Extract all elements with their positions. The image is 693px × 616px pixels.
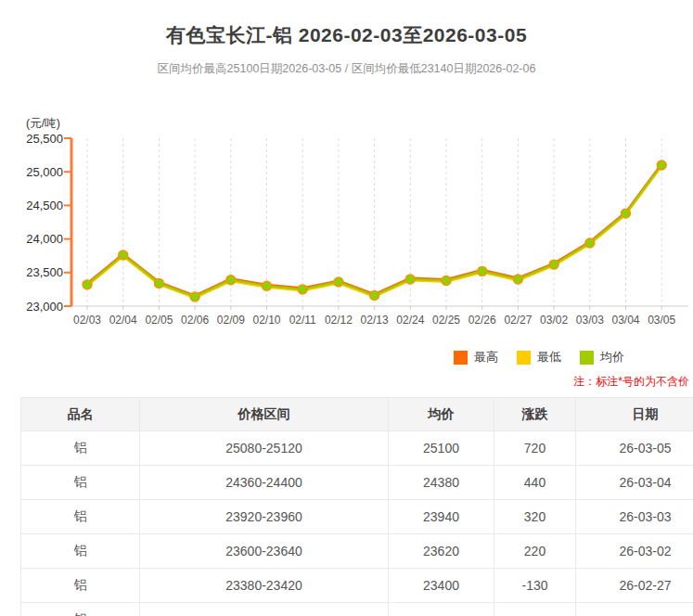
table-cell: 440 bbox=[494, 466, 576, 500]
legend-label: 最低 bbox=[537, 349, 561, 366]
data-point bbox=[190, 292, 199, 302]
page-root: 有色宝长江-铝 2026-02-03至2026-03-05 区间均价最高2510… bbox=[0, 0, 693, 616]
data-point bbox=[83, 280, 92, 289]
table-cell: 23600-23640 bbox=[140, 534, 389, 569]
y-axis-tick-label: 23,500 bbox=[26, 265, 63, 279]
table-cell: -130 bbox=[494, 569, 576, 603]
data-point bbox=[226, 276, 236, 285]
y-axis-tick-label: 24,000 bbox=[26, 232, 63, 246]
price-chart: (元/吨)23,00023,50024,00024,50025,00025,50… bbox=[0, 97, 693, 340]
table-row: 铝23920-239602394032026-03-03 bbox=[21, 500, 693, 534]
data-point bbox=[657, 160, 666, 170]
table-cell: 26-02-27 bbox=[576, 569, 693, 603]
table-cell: 23920-23960 bbox=[140, 500, 389, 534]
page-subtitle: 区间均价最高25100日期2026-03-05 / 区间均价最低23140日期2… bbox=[0, 61, 693, 77]
table-cell: 25100 bbox=[389, 431, 494, 466]
table-cell: 24380 bbox=[389, 466, 494, 500]
y-axis-tick-label: 25,500 bbox=[26, 132, 63, 146]
table-cell: 720 bbox=[494, 431, 576, 466]
data-point bbox=[442, 276, 451, 285]
table-cell: 铝 bbox=[21, 500, 140, 534]
x-axis-tick-label: 02/25 bbox=[432, 314, 460, 327]
legend-swatch bbox=[517, 351, 531, 365]
legend-label: 均价 bbox=[600, 349, 624, 366]
data-point bbox=[549, 260, 558, 269]
table-cell: 26-03-05 bbox=[576, 431, 693, 466]
x-axis-tick-label: 02/11 bbox=[289, 314, 316, 327]
table-row: 铝 bbox=[21, 603, 693, 616]
table-cell: 26-03-02 bbox=[576, 534, 693, 569]
legend-item-均价: 均价 bbox=[580, 349, 624, 366]
table-cell: 26-03-03 bbox=[576, 500, 693, 534]
table-cell: 220 bbox=[494, 534, 576, 569]
x-axis-tick-label: 03/04 bbox=[611, 314, 639, 327]
y-axis-tick-label: 25,000 bbox=[26, 165, 63, 179]
x-axis-tick-label: 02/09 bbox=[217, 314, 245, 327]
table-cell: 320 bbox=[494, 500, 576, 534]
data-point bbox=[263, 281, 272, 290]
table-cell: 铝 bbox=[21, 603, 140, 616]
y-axis-tick-label: 23,000 bbox=[26, 300, 63, 314]
table-cell: 铝 bbox=[21, 534, 140, 569]
data-point bbox=[334, 277, 343, 287]
table-cell: 23940 bbox=[389, 500, 494, 534]
table-cell: 25080-25120 bbox=[140, 431, 389, 466]
x-axis-tick-label: 02/24 bbox=[396, 314, 424, 327]
x-axis-tick-label: 02/10 bbox=[252, 314, 280, 327]
x-axis-tick-label: 02/27 bbox=[504, 314, 532, 327]
table-cell bbox=[389, 603, 494, 616]
table-cell: 24360-24400 bbox=[140, 466, 389, 500]
page-title: 有色宝长江-铝 2026-02-03至2026-03-05 bbox=[0, 22, 693, 48]
legend-label: 最高 bbox=[474, 349, 498, 366]
chart-note: 注：标注*号的为不含价 bbox=[573, 374, 689, 390]
table-cell: 23400 bbox=[389, 569, 494, 603]
data-point bbox=[513, 275, 522, 284]
legend-item-最高: 最高 bbox=[454, 349, 498, 366]
data-point bbox=[370, 290, 379, 300]
table-row: 铝23380-2342023400-13026-02-27 bbox=[21, 569, 693, 603]
table-cell: 26-03-04 bbox=[576, 466, 693, 500]
x-axis-tick-label: 02/13 bbox=[361, 314, 389, 327]
table-cell bbox=[494, 603, 576, 616]
legend-swatch bbox=[454, 351, 468, 365]
table-cell: 23620 bbox=[389, 534, 494, 569]
data-point bbox=[298, 285, 307, 294]
y-axis-unit-label: (元/吨) bbox=[26, 117, 60, 130]
table-row: 铝25080-251202510072026-03-05 bbox=[21, 431, 693, 466]
data-point bbox=[405, 275, 415, 284]
data-point bbox=[478, 266, 487, 276]
legend-item-最低: 最低 bbox=[517, 349, 561, 366]
x-axis-tick-label: 02/12 bbox=[325, 314, 353, 327]
column-header: 均价 bbox=[389, 398, 494, 431]
x-axis-tick-label: 02/04 bbox=[109, 314, 137, 327]
chart-legend: 最高最低均价 bbox=[454, 349, 643, 366]
table-row: 铝23600-236402362022026-03-02 bbox=[21, 534, 693, 569]
table-row: 铝24360-244002438044026-03-04 bbox=[21, 466, 693, 500]
data-point bbox=[154, 278, 163, 288]
x-axis-tick-label: 03/05 bbox=[648, 314, 675, 327]
x-axis-tick-label: 02/26 bbox=[468, 314, 496, 327]
table-cell: 铝 bbox=[21, 569, 140, 603]
x-axis-tick-label: 02/03 bbox=[73, 314, 101, 327]
table-cell: 23380-23420 bbox=[140, 569, 389, 603]
column-header: 品名 bbox=[21, 398, 140, 431]
table-header-row: 品名价格区间均价涨跌日期 bbox=[21, 398, 693, 431]
x-axis-tick-label: 02/06 bbox=[181, 314, 209, 327]
data-point bbox=[119, 250, 128, 260]
column-header: 日期 bbox=[576, 398, 693, 431]
legend-swatch bbox=[580, 351, 594, 365]
data-point bbox=[585, 238, 595, 248]
table-cell: 铝 bbox=[21, 431, 140, 466]
x-axis-tick-label: 02/05 bbox=[145, 314, 173, 327]
table-cell: 铝 bbox=[21, 466, 140, 500]
table-cell bbox=[140, 603, 389, 616]
x-axis-tick-label: 03/03 bbox=[576, 314, 604, 327]
table-cell bbox=[576, 603, 693, 616]
x-axis-tick-label: 03/02 bbox=[540, 314, 568, 327]
column-header: 涨跌 bbox=[494, 398, 576, 431]
data-point bbox=[622, 209, 631, 218]
y-axis-tick-label: 24,500 bbox=[26, 199, 63, 212]
column-header: 价格区间 bbox=[140, 398, 389, 431]
price-table: 品名价格区间均价涨跌日期 铝25080-251202510072026-03-0… bbox=[20, 397, 693, 616]
